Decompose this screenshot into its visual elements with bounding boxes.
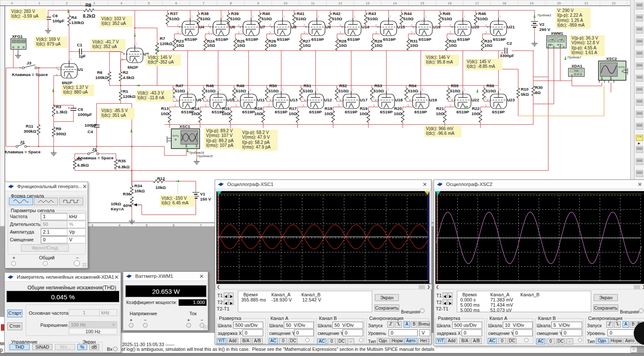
svg-text:R4: R4 [71,15,77,20]
svg-text:10Ω: 10Ω [237,43,245,48]
svg-text:510Ω: 510Ω [368,16,378,21]
svg-text:10Ω: 10Ω [324,111,332,116]
svg-text:1: 1 [222,15,224,18]
svg-text:U5: U5 [196,97,202,102]
svg-text:R12: R12 [157,176,165,181]
svg-text:2: 2 [450,97,451,100]
svg-text:Клавиша = Space: Клавиша = Space [5,149,41,154]
svg-text:I(rms): 1.61 A: I(rms): 1.61 A [571,50,597,55]
svg-text:I(dc): -959 mA: I(dc): -959 mA [557,23,585,27]
svg-text:R17: R17 [289,106,297,111]
svg-text:2: 2 [407,97,409,100]
svg-text:R35: R35 [118,158,126,163]
svg-text:THD: THD [574,70,579,72]
svg-text:2: 2 [375,24,377,27]
svg-text:R19: R19 [360,106,368,111]
svg-text:2: 2 [208,24,210,27]
svg-text:+ I−: + I− [557,43,562,46]
svg-text:4.5kΩ: 4.5kΩ [123,75,134,80]
svg-text:3: 3 [177,31,179,34]
svg-text:10Ω: 10Ω [191,111,199,116]
svg-text:Пробник15: Пробник15 [197,155,213,158]
svg-text:3: 3 [485,31,487,34]
svg-text:I(dc): 352 uA: I(dc): 352 uA [101,21,126,26]
svg-text:6S19P: 6S19P [242,110,255,114]
svg-text:R2: R2 [123,70,128,75]
svg-text:I(dc): 6.45 mA: I(dc): 6.45 mA [161,201,188,205]
svg-text:I(rms): 47.9 pA: I(rms): 47.9 pA [242,145,270,149]
svg-text:R45: R45 [443,11,451,16]
svg-text:3: 3 [304,31,305,34]
svg-text:R30: R30 [535,85,543,90]
svg-text:1: 1 [70,58,72,61]
svg-text:510Ω: 510Ω [296,16,306,21]
svg-text:I(p-p): 89.2 pA: I(p-p): 89.2 pA [206,138,234,143]
svg-text:R51: R51 [304,83,312,88]
svg-text:120kΩ: 120kΩ [123,94,136,99]
svg-text:10Ω: 10Ω [436,111,444,116]
svg-text:1: 1 [387,88,389,91]
svg-text:1: 1 [352,88,354,91]
svg-text:V(dc): 146 V: V(dc): 146 V [426,55,450,60]
svg-text:R1: R1 [123,89,128,94]
svg-text:R22: R22 [472,106,480,111]
svg-text:6S19P: 6S19P [414,110,427,114]
svg-text:510Ω: 510Ω [205,88,216,93]
svg-text:R11: R11 [26,124,33,128]
svg-text:1: 1 [249,88,251,91]
svg-text:510Ω: 510Ω [477,16,488,21]
svg-text:V(dc): 1.37 V: V(dc): 1.37 V [63,85,88,90]
svg-text:R38: R38 [201,11,209,16]
svg-text:10Ω: 10Ω [222,111,230,116]
svg-text:3: 3 [269,31,271,34]
svg-text:V(dc): 145 V: V(dc): 145 V [148,55,172,60]
svg-text:I(dc): 351 uA: I(dc): 351 uA [101,113,126,118]
svg-text:R56: R56 [486,83,495,88]
svg-text:J2: J2 [20,140,24,144]
svg-text:3: 3 [411,31,413,34]
svg-text:R49: R49 [237,83,245,88]
svg-text:10Ω: 10Ω [289,111,297,116]
svg-text:R39: R39 [231,11,239,16]
svg-text:V(p-p): 36.3 V: V(p-p): 36.3 V [571,36,598,40]
svg-text:V(dc): 169 V: V(dc): 169 V [36,37,60,42]
svg-text:U1: U1 [78,67,83,72]
svg-text:1: 1 [283,15,285,18]
svg-text:510Ω: 510Ω [403,16,413,21]
svg-text:V(dc): 103 V: V(dc): 103 V [101,16,125,21]
svg-text:1: 1 [136,42,137,45]
svg-text:R43: R43 [368,11,377,16]
svg-text:R18: R18 [325,106,333,111]
svg-text:100kΩ: 100kΩ [95,75,108,80]
svg-text:510Ω: 510Ω [374,88,384,93]
svg-text:10kΩ: 10kΩ [111,201,121,206]
svg-text:6N2P: 6N2P [128,65,138,70]
svg-text:R21: R21 [436,106,444,111]
svg-text:510Ω: 510Ω [408,88,418,93]
svg-text:3: 3 [485,104,487,107]
svg-text:10Ω: 10Ω [207,43,215,48]
svg-text:510Ω: 510Ω [175,88,185,93]
svg-text:R6: R6 [97,70,103,75]
svg-text:1: 1 [191,15,193,18]
svg-text:10Ω: 10Ω [410,43,418,48]
svg-text:XSC2: XSC2 [606,56,617,61]
svg-text:6S19P: 6S19P [493,37,506,42]
svg-text:I(dc): -3.59 uA: I(dc): -3.59 uA [11,14,39,18]
svg-text:3: 3 [375,31,377,34]
svg-text:6S19P: 6S19P [311,37,324,42]
svg-text:1: 1 [188,88,190,91]
svg-text:U11: U11 [257,97,265,102]
svg-text:6S19P: 6S19P [246,37,258,42]
svg-text:6S19P: 6S19P [275,110,288,114]
svg-text:J1: J1 [92,147,97,152]
svg-text:1: 1 [316,88,318,91]
svg-text:3: 3 [238,31,240,34]
svg-text:R8: R8 [85,3,91,8]
svg-text:I(dc): 879 uA: I(dc): 879 uA [36,42,61,46]
svg-text:6S19P: 6S19P [383,37,396,42]
svg-text:R10: R10 [521,87,529,91]
svg-text:2: 2 [205,97,207,100]
svg-text:3: 3 [373,104,375,107]
svg-text:10Ω: 10Ω [394,111,402,116]
